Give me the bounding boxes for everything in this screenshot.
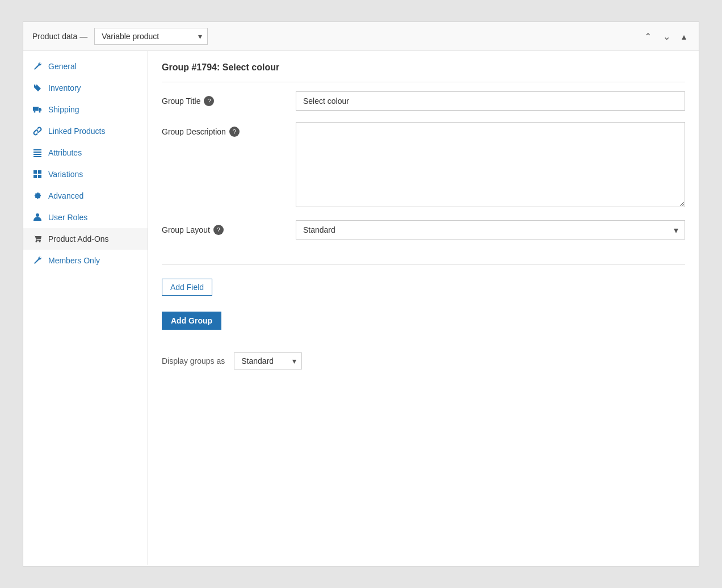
sidebar-item-general[interactable]: General bbox=[23, 56, 148, 77]
svg-rect-0 bbox=[33, 149, 41, 150]
form-section: Group Title ? Group Description ? bbox=[162, 91, 685, 265]
expand-button[interactable]: ▴ bbox=[678, 29, 690, 44]
group-title-help-icon[interactable]: ? bbox=[204, 96, 214, 106]
grid-icon bbox=[32, 169, 43, 179]
cart-icon bbox=[32, 234, 43, 244]
sidebar-item-attributes[interactable]: Attributes bbox=[23, 142, 148, 163]
svg-rect-5 bbox=[38, 170, 41, 174]
group-layout-select-wrapper: Standard Radiobutton Dropdown bbox=[296, 220, 685, 240]
tag-icon bbox=[32, 83, 43, 93]
wrench-icon bbox=[32, 61, 43, 72]
group-description-row: Group Description ? bbox=[162, 122, 685, 209]
product-type-select[interactable]: Variable product Simple product Grouped … bbox=[94, 28, 208, 45]
sidebar-item-variations[interactable]: Variations bbox=[23, 163, 148, 185]
person-icon bbox=[32, 212, 43, 222]
sidebar: General Inventory Shipping Linked Produc… bbox=[23, 51, 148, 565]
svg-rect-4 bbox=[33, 170, 37, 174]
group-title-label: Group Title ? bbox=[162, 91, 287, 106]
group-header: Group #1794: Select colour bbox=[162, 62, 685, 82]
group-title-row: Group Title ? bbox=[162, 91, 685, 111]
sidebar-item-advanced[interactable]: Advanced bbox=[23, 185, 148, 207]
group-layout-field: Standard Radiobutton Dropdown bbox=[296, 220, 685, 240]
panel-body: General Inventory Shipping Linked Produc… bbox=[23, 51, 699, 565]
group-title-field bbox=[296, 91, 685, 111]
link-icon bbox=[32, 126, 43, 136]
display-groups-select[interactable]: Standard Tabs Accordion bbox=[234, 352, 302, 369]
list-icon bbox=[32, 148, 43, 158]
sidebar-item-product-add-ons-label: Product Add-Ons bbox=[48, 234, 109, 243]
sidebar-item-advanced-label: Advanced bbox=[48, 191, 83, 200]
sidebar-item-members-only-label: Members Only bbox=[48, 256, 100, 265]
sidebar-item-linked-products[interactable]: Linked Products bbox=[23, 120, 148, 142]
truck-icon bbox=[32, 104, 43, 115]
sidebar-item-shipping[interactable]: Shipping bbox=[23, 99, 148, 120]
svg-rect-1 bbox=[33, 152, 41, 153]
sidebar-item-user-roles[interactable]: User Roles bbox=[23, 207, 148, 228]
buttons-row: Add Field Add Group bbox=[162, 279, 685, 330]
sidebar-item-members-only[interactable]: Members Only bbox=[23, 250, 148, 271]
group-layout-help-icon[interactable]: ? bbox=[213, 225, 224, 235]
product-type-wrapper: Variable product Simple product Grouped … bbox=[94, 28, 208, 45]
group-layout-label: Group Layout ? bbox=[162, 220, 287, 235]
collapse-down-button[interactable]: ⌄ bbox=[660, 29, 674, 44]
svg-rect-6 bbox=[33, 175, 37, 178]
add-field-button[interactable]: Add Field bbox=[162, 279, 212, 296]
sidebar-item-linked-products-label: Linked Products bbox=[48, 127, 105, 136]
display-groups-select-wrapper: Standard Tabs Accordion bbox=[234, 352, 302, 369]
panel-header-actions: ⌃ ⌄ ▴ bbox=[641, 29, 690, 44]
sidebar-item-inventory-label: Inventory bbox=[48, 83, 81, 93]
sidebar-item-inventory[interactable]: Inventory bbox=[23, 77, 148, 99]
sidebar-item-general-label: General bbox=[48, 62, 77, 71]
svg-point-8 bbox=[36, 213, 39, 217]
panel-header: Product data — Variable product Simple p… bbox=[23, 22, 699, 51]
members-wrench-icon bbox=[32, 255, 43, 266]
group-description-textarea[interactable] bbox=[296, 122, 685, 207]
svg-rect-7 bbox=[38, 175, 41, 178]
group-layout-select[interactable]: Standard Radiobutton Dropdown bbox=[296, 220, 685, 240]
sidebar-item-user-roles-label: User Roles bbox=[48, 213, 87, 222]
group-layout-row: Group Layout ? Standard Radiobutton Drop… bbox=[162, 220, 685, 240]
group-title-input[interactable] bbox=[296, 91, 685, 111]
group-description-help-icon[interactable]: ? bbox=[229, 127, 240, 137]
main-content: Group #1794: Select colour Group Title ?… bbox=[148, 51, 699, 565]
group-description-label: Group Description ? bbox=[162, 122, 287, 137]
sidebar-item-product-add-ons[interactable]: Product Add-Ons bbox=[23, 228, 148, 250]
display-groups-label: Display groups as bbox=[162, 356, 225, 366]
collapse-up-button[interactable]: ⌃ bbox=[641, 29, 655, 44]
sidebar-item-attributes-label: Attributes bbox=[48, 148, 82, 157]
svg-rect-3 bbox=[33, 156, 41, 157]
product-data-panel: Product data — Variable product Simple p… bbox=[23, 22, 699, 566]
svg-rect-2 bbox=[33, 154, 41, 155]
display-groups-row: Display groups as Standard Tabs Accordio… bbox=[162, 343, 685, 379]
sidebar-item-variations-label: Variations bbox=[48, 170, 83, 179]
add-group-button[interactable]: Add Group bbox=[162, 312, 221, 330]
sidebar-item-shipping-label: Shipping bbox=[48, 105, 79, 114]
group-description-field bbox=[296, 122, 685, 209]
gear-icon bbox=[32, 191, 43, 201]
panel-title: Product data — bbox=[32, 32, 87, 41]
